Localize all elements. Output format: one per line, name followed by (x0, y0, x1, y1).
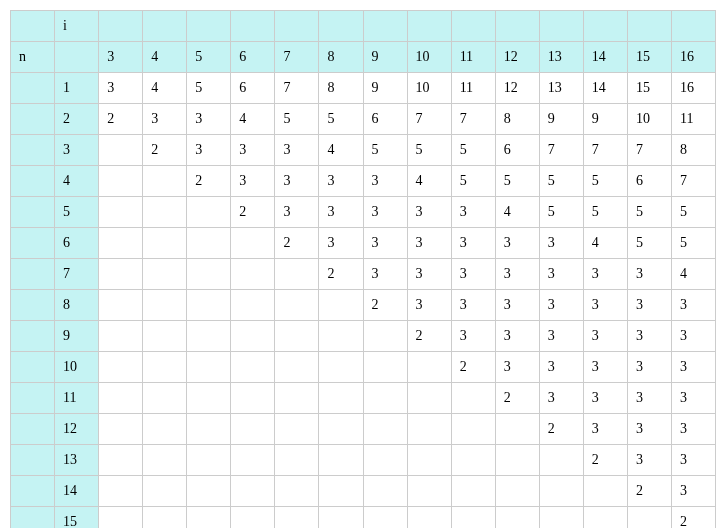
data-cell (99, 383, 143, 414)
data-cell: 5 (451, 135, 495, 166)
data-cell: 3 (671, 445, 715, 476)
header-spacer (627, 11, 671, 42)
data-cell (143, 476, 187, 507)
data-cell: 8 (495, 104, 539, 135)
data-cell (583, 476, 627, 507)
data-cell: 3 (275, 166, 319, 197)
data-cell (407, 445, 451, 476)
row-leading-blank (11, 383, 55, 414)
data-cell: 3 (407, 228, 451, 259)
data-cell: 6 (231, 73, 275, 104)
col-header: 10 (407, 42, 451, 73)
data-cell (363, 507, 407, 529)
data-cell: 3 (539, 321, 583, 352)
data-cell (319, 290, 363, 321)
data-cell (187, 507, 231, 529)
data-cell: 3 (275, 197, 319, 228)
header-spacer (319, 11, 363, 42)
col-header: 9 (363, 42, 407, 73)
data-cell: 4 (231, 104, 275, 135)
data-cell: 3 (495, 259, 539, 290)
data-cell: 2 (495, 383, 539, 414)
data-cell: 3 (583, 321, 627, 352)
data-cell (231, 383, 275, 414)
data-cell: 3 (627, 290, 671, 321)
data-cell (495, 445, 539, 476)
data-cell: 5 (627, 228, 671, 259)
data-cell (99, 414, 143, 445)
data-cell: 2 (143, 135, 187, 166)
data-cell: 5 (275, 104, 319, 135)
data-cell (319, 476, 363, 507)
table-row: 1345678910111213141516 (11, 73, 716, 104)
data-cell: 3 (627, 259, 671, 290)
row-header: 11 (55, 383, 99, 414)
row-header: 10 (55, 352, 99, 383)
data-cell: 3 (407, 290, 451, 321)
table-row: 1123333 (11, 383, 716, 414)
data-cell: 2 (627, 476, 671, 507)
data-cell: 3 (495, 352, 539, 383)
col-header: 4 (143, 42, 187, 73)
data-cell (99, 445, 143, 476)
data-cell: 2 (319, 259, 363, 290)
data-cell: 3 (451, 228, 495, 259)
row-header: 13 (55, 445, 99, 476)
data-cell: 6 (363, 104, 407, 135)
data-cell: 8 (671, 135, 715, 166)
table-row: 92333333 (11, 321, 716, 352)
table-row: 1423 (11, 476, 716, 507)
data-cell: 5 (671, 197, 715, 228)
data-cell (187, 228, 231, 259)
data-table: in34567891011121314151613456789101112131… (10, 10, 716, 528)
data-cell: 5 (451, 166, 495, 197)
data-cell: 3 (407, 259, 451, 290)
data-cell (539, 476, 583, 507)
data-cell (231, 259, 275, 290)
data-cell: 3 (451, 197, 495, 228)
data-cell: 3 (143, 104, 187, 135)
col-header: 11 (451, 42, 495, 73)
header-spacer (539, 11, 583, 42)
data-cell: 3 (363, 166, 407, 197)
col-axis-label: i (55, 11, 99, 42)
header-spacer (407, 11, 451, 42)
data-cell: 2 (363, 290, 407, 321)
data-cell: 3 (671, 290, 715, 321)
data-cell: 3 (627, 321, 671, 352)
data-cell: 6 (495, 135, 539, 166)
data-cell: 3 (451, 321, 495, 352)
col-header: 5 (187, 42, 231, 73)
table-row: 152 (11, 507, 716, 529)
data-cell (143, 259, 187, 290)
col-header: 12 (495, 42, 539, 73)
data-cell (407, 414, 451, 445)
header-blank (55, 42, 99, 73)
data-cell: 3 (363, 197, 407, 228)
data-cell (275, 414, 319, 445)
row-leading-blank (11, 290, 55, 321)
data-cell: 3 (319, 166, 363, 197)
data-cell (231, 352, 275, 383)
data-cell: 3 (363, 259, 407, 290)
data-cell (363, 414, 407, 445)
row-leading-blank (11, 352, 55, 383)
data-cell (231, 476, 275, 507)
data-cell: 4 (671, 259, 715, 290)
row-axis-label: n (11, 42, 55, 73)
data-cell: 5 (539, 166, 583, 197)
data-cell: 3 (539, 228, 583, 259)
table-row: 32333455567778 (11, 135, 716, 166)
row-header: 14 (55, 476, 99, 507)
data-cell (539, 445, 583, 476)
table-row: 62333333455 (11, 228, 716, 259)
data-cell (143, 321, 187, 352)
data-cell: 5 (627, 197, 671, 228)
data-cell (187, 383, 231, 414)
data-cell (451, 445, 495, 476)
data-cell: 2 (407, 321, 451, 352)
data-cell (407, 507, 451, 529)
header-spacer (143, 11, 187, 42)
data-cell: 7 (583, 135, 627, 166)
data-cell (363, 352, 407, 383)
